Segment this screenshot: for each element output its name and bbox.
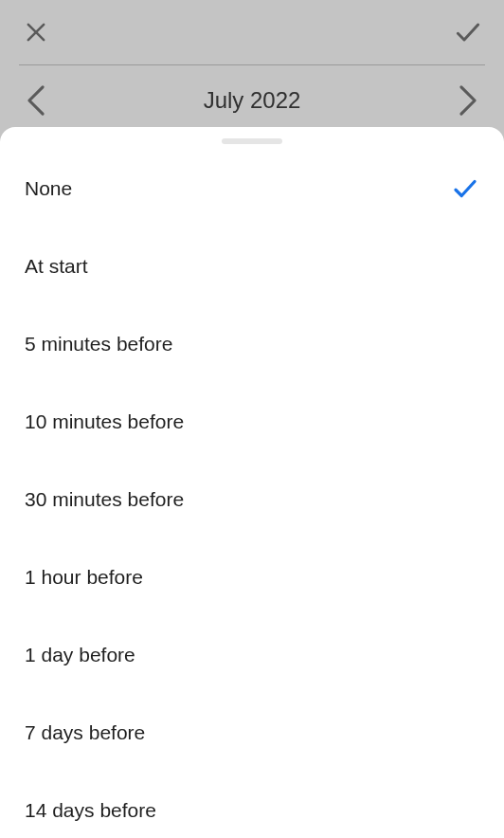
check-icon [453, 17, 483, 47]
next-month-button[interactable] [451, 83, 485, 118]
reminder-option-list: NoneAt start5 minutes before10 minutes b… [0, 150, 504, 838]
close-icon [23, 19, 49, 46]
chevron-left-icon [27, 84, 45, 117]
reminder-option-label: At start [25, 255, 88, 278]
reminder-option-label: 30 minutes before [25, 488, 184, 511]
header-divider [19, 64, 485, 65]
reminder-option[interactable]: None [0, 150, 504, 228]
bottom-sheet: NoneAt start5 minutes before10 minutes b… [0, 127, 504, 838]
reminder-option[interactable]: 1 hour before [0, 538, 504, 616]
selected-check-icon [451, 174, 479, 203]
confirm-button[interactable] [451, 15, 485, 49]
top-bar [0, 0, 504, 64]
reminder-option[interactable]: 1 day before [0, 616, 504, 694]
reminder-option[interactable]: 10 minutes before [0, 383, 504, 461]
month-navigation: July 2022 [0, 78, 504, 123]
reminder-option[interactable]: 5 minutes before [0, 305, 504, 383]
reminder-option-label: None [25, 177, 72, 200]
reminder-option[interactable]: 30 minutes before [0, 461, 504, 538]
close-button[interactable] [19, 15, 53, 49]
reminder-option-label: 7 days before [25, 721, 145, 744]
reminder-option[interactable]: 7 days before [0, 694, 504, 772]
reminder-option-label: 14 days before [25, 799, 156, 822]
sheet-grabber[interactable] [222, 138, 282, 144]
previous-month-button[interactable] [19, 83, 53, 118]
reminder-option-label: 1 day before [25, 644, 135, 666]
month-title: July 2022 [204, 87, 301, 114]
reminder-option[interactable]: At start [0, 228, 504, 305]
reminder-option[interactable]: 14 days before [0, 772, 504, 838]
chevron-right-icon [459, 84, 477, 117]
reminder-option-label: 1 hour before [25, 566, 143, 589]
reminder-option-label: 10 minutes before [25, 410, 184, 433]
reminder-option-label: 5 minutes before [25, 333, 172, 355]
